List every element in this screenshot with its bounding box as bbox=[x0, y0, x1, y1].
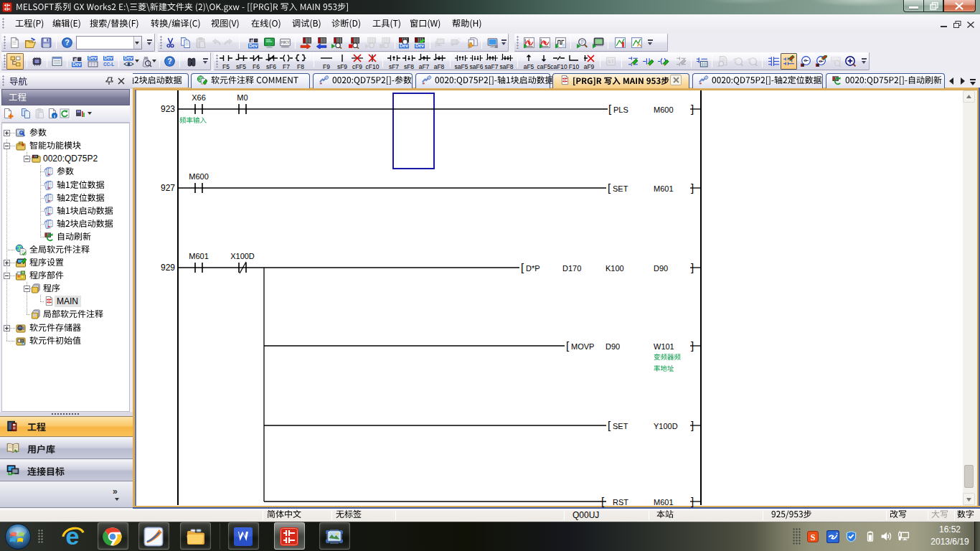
svg-text:S: S bbox=[811, 532, 816, 542]
